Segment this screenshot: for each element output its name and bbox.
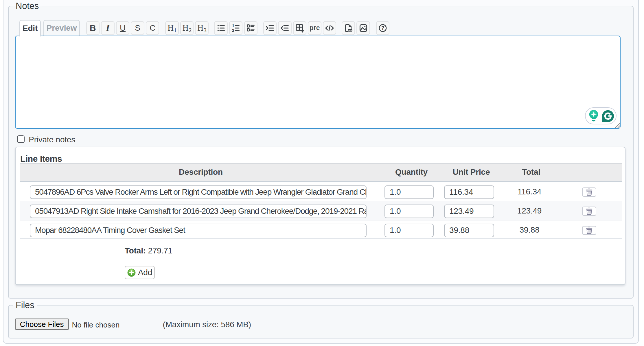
svg-text:2: 2: [232, 28, 234, 32]
svg-text:1: 1: [232, 24, 234, 28]
svg-text:?: ?: [381, 25, 384, 31]
